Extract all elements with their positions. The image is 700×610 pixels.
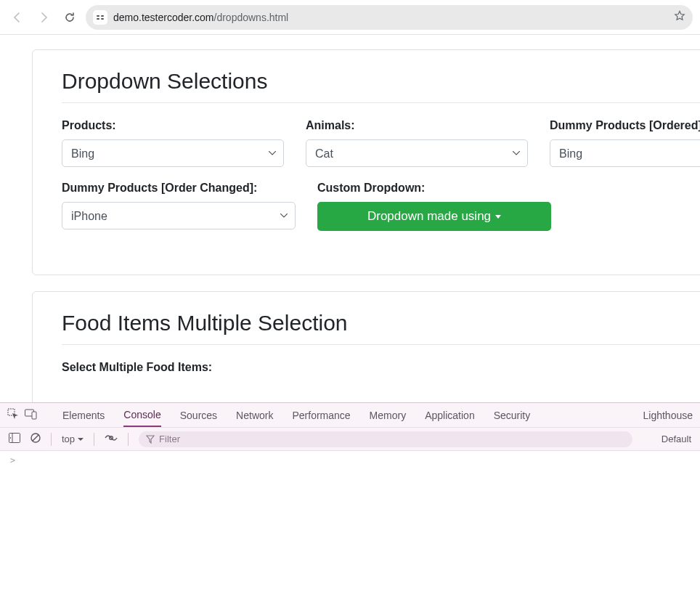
- tab-network[interactable]: Network: [236, 410, 273, 421]
- dummy-changed-label: Dummy Products [Order Changed]:: [62, 182, 296, 195]
- svg-rect-0: [97, 15, 99, 17]
- tab-security[interactable]: Security: [494, 410, 531, 421]
- url-text: demo.testercoder.com/dropdowns.html: [113, 12, 668, 23]
- svg-rect-6: [32, 412, 36, 419]
- products-select[interactable]: Bing: [62, 139, 284, 167]
- tab-lighthouse[interactable]: Lighthouse: [643, 410, 693, 421]
- log-levels-selector[interactable]: Default: [662, 434, 691, 444]
- svg-rect-3: [101, 18, 104, 20]
- caret-down-icon: [495, 215, 501, 219]
- tab-console[interactable]: Console: [123, 409, 160, 427]
- custom-dropdown-button-label: Dropdown made using: [367, 209, 491, 224]
- multi-food-label: Select Multiple Food Items:: [62, 361, 700, 374]
- svg-line-10: [33, 435, 38, 441]
- custom-dropdown-button[interactable]: Dropdown made using: [317, 202, 551, 231]
- filter-placeholder: Filter: [159, 434, 180, 444]
- tab-elements[interactable]: Elements: [62, 410, 105, 421]
- console-toolbar: top Filter Default: [0, 428, 700, 451]
- browser-toolbar: demo.testercoder.com/dropdowns.html: [0, 0, 700, 35]
- food-items-card: Food Items Multiple Selection Select Mul…: [32, 291, 700, 402]
- console-output[interactable]: >: [0, 451, 700, 610]
- inspect-icon[interactable]: [7, 408, 19, 422]
- custom-dropdown-label: Custom Dropdown:: [317, 182, 551, 195]
- console-prompt: >: [10, 455, 15, 465]
- svg-rect-2: [97, 18, 99, 20]
- back-button[interactable]: [7, 7, 28, 28]
- filter-input[interactable]: Filter: [139, 431, 632, 447]
- animals-label: Animals:: [306, 119, 528, 132]
- devtools-tabbar: Elements Console Sources Network Perform…: [0, 403, 700, 428]
- device-toggle-icon[interactable]: [25, 408, 38, 422]
- viewport: Dropdown Selections Products: Bing Anima…: [0, 35, 700, 402]
- tab-performance[interactable]: Performance: [292, 410, 350, 421]
- card-title: Dropdown Selections: [62, 69, 700, 103]
- animals-select[interactable]: Cat: [306, 139, 528, 167]
- devtools-panel: Elements Console Sources Network Perform…: [0, 402, 700, 610]
- dummy-changed-select[interactable]: iPhone: [62, 202, 296, 229]
- dropdown-selections-card: Dropdown Selections Products: Bing Anima…: [32, 49, 700, 275]
- tab-sources[interactable]: Sources: [180, 410, 217, 421]
- address-bar[interactable]: demo.testercoder.com/dropdowns.html: [86, 5, 693, 30]
- dummy-ordered-label: Dummy Products [Ordered]:: [550, 119, 700, 132]
- bookmark-star-icon[interactable]: [674, 10, 685, 24]
- products-label: Products:: [62, 119, 284, 132]
- site-info-icon[interactable]: [93, 10, 107, 25]
- card-title: Food Items Multiple Selection: [62, 311, 700, 345]
- svg-rect-1: [101, 15, 104, 17]
- live-expression-icon[interactable]: [105, 434, 118, 444]
- filter-icon: [146, 435, 155, 444]
- sidebar-toggle-icon[interactable]: [9, 433, 20, 445]
- clear-console-icon[interactable]: [30, 433, 41, 445]
- reload-button[interactable]: [60, 7, 80, 28]
- dummy-ordered-select[interactable]: Bing: [550, 139, 700, 167]
- tab-application[interactable]: Application: [425, 410, 475, 421]
- forward-button[interactable]: [33, 7, 54, 28]
- context-selector[interactable]: top: [62, 434, 84, 444]
- tab-memory[interactable]: Memory: [370, 410, 407, 421]
